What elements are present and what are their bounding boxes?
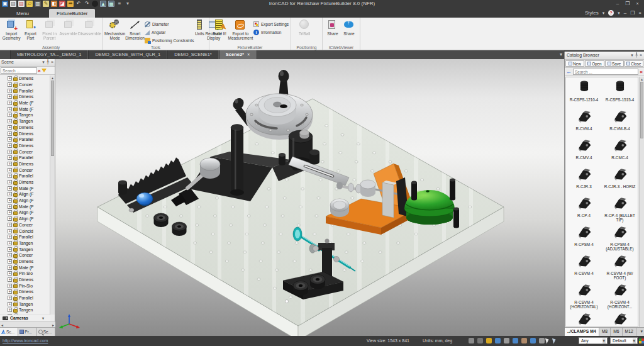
- tree-row[interactable]: + Parallel: [0, 155, 50, 161]
- perspective-icon[interactable]: [513, 338, 518, 343]
- catalog-item[interactable]: R-CPSM-4 (ADJUSTABLE): [602, 223, 638, 252]
- expand-icon[interactable]: +: [8, 229, 12, 233]
- catalog-toolbar-button[interactable]: Open: [585, 60, 604, 67]
- catalog-item[interactable]: R-CSVM-4 (W/ FOOT): [602, 252, 638, 281]
- tree-row[interactable]: + Parallel: [0, 295, 50, 301]
- expand-icon[interactable]: +: [8, 265, 12, 270]
- catalog-item[interactable]: R-CP-4: [566, 194, 602, 223]
- tree-row[interactable]: + Tangen: [0, 240, 50, 247]
- tab-properties[interactable]: Pr...: [18, 328, 36, 336]
- assemble-button[interactable]: Assemble: [59, 19, 78, 36]
- expand-icon[interactable]: +: [8, 271, 12, 276]
- tree-row[interactable]: + Mate (F: [0, 185, 50, 191]
- tree-row[interactable]: + Concer: [0, 82, 50, 88]
- expand-icon[interactable]: +: [8, 168, 12, 172]
- filter-icon[interactable]: [42, 69, 47, 72]
- document-tab[interactable]: DEMO_SCENE1*×: [167, 50, 219, 59]
- tree-row[interactable]: + Dimens: [0, 259, 50, 265]
- catalog-item[interactable]: R-CJR-3 - HORIZ: [602, 165, 638, 194]
- tree-row[interactable]: + Parallel: [0, 234, 50, 240]
- expand-icon[interactable]: +: [8, 277, 12, 282]
- tree-row[interactable]: + Align (F: [0, 198, 50, 204]
- expand-icon[interactable]: +: [8, 247, 12, 252]
- tree-row[interactable]: + Dimens: [0, 130, 50, 137]
- catalog-item[interactable]: R-CP-4 (BULLET TIP): [602, 194, 638, 223]
- expand-icon[interactable]: +: [8, 198, 12, 203]
- color-palette-icon[interactable]: [639, 338, 644, 343]
- expand-icon[interactable]: +: [8, 223, 12, 227]
- tree-row[interactable]: + Dimens: [0, 75, 50, 82]
- catalog-item[interactable]: R-CMC-4: [602, 137, 638, 165]
- styles-menu[interactable]: Styles: [585, 10, 599, 16]
- diameter-button[interactable]: Diameter: [145, 21, 194, 28]
- config-dropdown[interactable]: ▾Default: [610, 337, 638, 344]
- document-tab[interactable]: METROLOGY_TA..._DEMO_1×: [10, 50, 88, 59]
- expand-icon[interactable]: +: [8, 186, 12, 191]
- select-cursor-icon[interactable]: [545, 338, 550, 344]
- tree-row[interactable]: + Concer: [0, 148, 50, 155]
- mechanism-mode-button[interactable]: Mechanism Mode: [104, 19, 125, 40]
- tree-row[interactable]: + Dimens: [0, 277, 50, 283]
- expand-icon[interactable]: +: [8, 143, 12, 148]
- share-clipboard-button[interactable]: Share: [325, 19, 341, 36]
- tab-scene[interactable]: Sc...: [0, 328, 18, 336]
- back-arrow-icon[interactable]: ←: [566, 69, 572, 75]
- tree-row[interactable]: + Coincid: [0, 228, 50, 234]
- pin-icon[interactable]: ╄: [47, 60, 49, 65]
- tree-row[interactable]: + Parallel: [0, 137, 50, 143]
- tree-row[interactable]: + Concer: [0, 252, 50, 259]
- expand-icon[interactable]: +: [8, 125, 12, 130]
- catalog-menu-icon[interactable]: ▾: [631, 53, 633, 58]
- catalog-item[interactable]: R-CMV-4: [566, 137, 602, 165]
- tree-row[interactable]: + Dimens: [0, 125, 50, 131]
- tab-search[interactable]: Se...: [37, 328, 55, 336]
- expand-icon[interactable]: +: [8, 216, 12, 221]
- tree-row[interactable]: + Parallel: [0, 87, 50, 94]
- grid-icon[interactable]: [539, 338, 545, 343]
- expand-icon[interactable]: +: [8, 150, 12, 154]
- tree-row[interactable]: + Align (F: [0, 216, 50, 222]
- tree-row[interactable]: + Parallel: [0, 173, 50, 179]
- tree-horizontal-scrollbar[interactable]: ◂▸: [0, 321, 55, 327]
- expand-icon[interactable]: +: [8, 289, 12, 294]
- shaded-view-icon[interactable]: [495, 338, 501, 343]
- catalog-toolbar-button[interactable]: New: [565, 60, 584, 67]
- catalog-item[interactable]: R-CSPS-1515-4: [602, 79, 638, 108]
- expand-icon[interactable]: +: [8, 259, 12, 264]
- display-config-icon[interactable]: [530, 338, 536, 343]
- expand-icon[interactable]: +: [8, 253, 12, 257]
- catalog-pin-icon[interactable]: ╄: [635, 53, 638, 58]
- tree-row[interactable]: + Concer: [0, 222, 50, 228]
- expand-icon[interactable]: +: [8, 308, 12, 312]
- catalog-item[interactable]: [566, 310, 602, 327]
- expand-icon[interactable]: +: [8, 113, 12, 117]
- document-tab[interactable]: DEMO_SCENE_WITH_QLR_1×: [88, 50, 167, 59]
- expand-icon[interactable]: +: [8, 101, 12, 105]
- expand-icon[interactable]: +: [8, 210, 12, 215]
- share-cloud-button[interactable]: Share: [341, 19, 357, 36]
- document-tab[interactable]: Scene2*×: [219, 50, 257, 59]
- select-box-cursor-icon[interactable]: [552, 338, 557, 344]
- catalog-tab-m8[interactable]: M8: [599, 328, 611, 336]
- tree-row[interactable]: + Align (F: [0, 209, 50, 216]
- tree-row[interactable]: + Tangen: [0, 307, 50, 313]
- close-button[interactable]: ×: [636, 1, 639, 6]
- panel-close-icon[interactable]: ×: [51, 60, 53, 65]
- expand-icon[interactable]: +: [8, 94, 12, 99]
- positioning-constraints-button[interactable]: Positioning Constraints: [145, 37, 194, 44]
- units-button[interactable]: Units: [194, 19, 205, 36]
- catalog-close-icon[interactable]: ×: [640, 53, 642, 58]
- tab-fixturebuilder[interactable]: FixtureBuilder: [49, 9, 95, 18]
- catalog-clear-search-icon[interactable]: ×: [640, 69, 643, 75]
- expand-icon[interactable]: +: [8, 302, 12, 306]
- catalog-search-input[interactable]: [573, 69, 638, 75]
- camera2-icon[interactable]: [477, 338, 483, 343]
- expand-icon[interactable]: +: [8, 155, 12, 160]
- tree-row[interactable]: + Align (F: [0, 191, 50, 198]
- catalog-item[interactable]: R-CJR-3: [566, 165, 602, 194]
- catalog-toolbar-button[interactable]: Close: [625, 60, 643, 67]
- tree-row[interactable]: + Dimens: [0, 161, 50, 167]
- expand-icon[interactable]: +: [8, 174, 12, 178]
- render-style-icon[interactable]: [486, 338, 492, 343]
- catalog-item[interactable]: R-CSVM-4 (HORIZONT...: [602, 281, 638, 310]
